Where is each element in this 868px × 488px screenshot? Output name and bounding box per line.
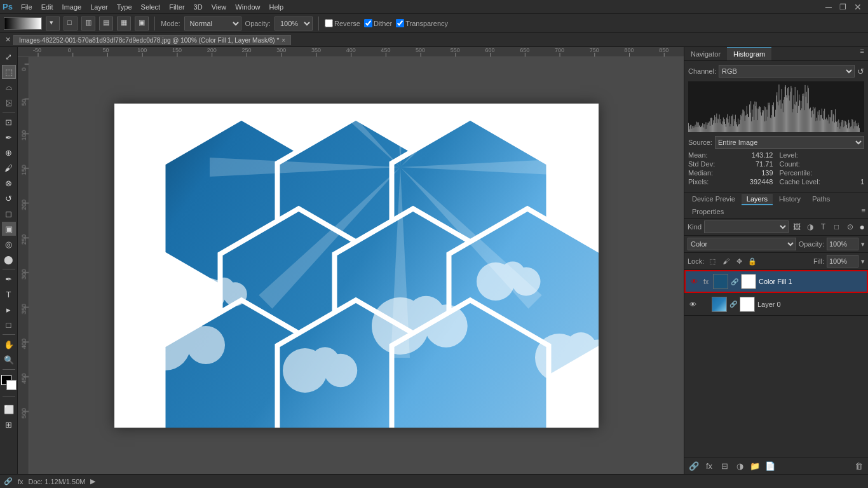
menu-view[interactable]: View [207,2,231,12]
shape-tool[interactable]: □ [2,318,16,332]
menu-window[interactable]: Window [231,2,264,12]
tab-properties[interactable]: Properties [687,207,729,217]
create-new-layer-btn[interactable]: 📄 [764,459,776,472]
dodge-tool[interactable]: ⬤ [2,252,16,266]
create-group-btn[interactable]: 📁 [749,459,761,472]
refresh-histogram-btn[interactable]: ↺ [857,67,864,76]
toolbar-preset-4[interactable]: ▦ [117,17,131,30]
fill-input[interactable] [827,255,858,268]
add-layer-style-btn[interactable]: fx [703,459,715,472]
clone-stamp-tool[interactable]: ⊗ [2,176,16,190]
window-close[interactable]: ✕ [850,2,865,12]
channel-select[interactable]: RGB [719,65,855,78]
panel-menu-icon[interactable]: ≡ [857,47,868,60]
layer-visibility-0[interactable]: 👁 [688,299,698,309]
filter-type-icon[interactable]: T [818,221,829,233]
link-icon[interactable]: 🔗 [4,477,13,485]
spot-heal-tool[interactable]: ⊕ [2,146,16,159]
eraser-tool[interactable]: ◻ [2,207,16,220]
menu-image[interactable]: Image [58,2,86,12]
add-mask-btn[interactable]: ⊟ [718,459,731,472]
filter-shape-icon[interactable]: □ [831,221,843,233]
filter-toggle-btn[interactable]: ● [860,222,865,232]
window-minimize[interactable]: ─ [822,2,836,12]
transparency-checkbox-label[interactable]: Transparency [396,19,448,27]
mode-select[interactable]: Normal [184,17,241,30]
dither-checkbox[interactable] [364,19,372,27]
layer-visibility-1[interactable]: 👁 [689,276,699,287]
layer-fx-1[interactable]: fx [702,277,710,286]
screen-mode-tool[interactable]: ⊞ [2,417,16,431]
zoom-tool[interactable]: 🔍 [2,353,16,367]
magic-wand-tool[interactable]: ⍄ [2,95,16,109]
move-tool[interactable]: ⤢ [2,50,16,64]
link-layers-btn[interactable]: 🔗 [688,459,700,472]
status-expand[interactable]: ▶ [90,477,95,485]
canvas-container[interactable] [29,57,684,474]
menu-help[interactable]: Help [264,2,288,12]
tab-paths[interactable]: Paths [807,194,835,205]
brush-tool[interactable]: 🖌 [2,161,16,175]
reverse-checkbox[interactable] [325,19,333,27]
menu-file[interactable]: File [17,2,37,12]
dither-checkbox-label[interactable]: Dither [364,19,392,27]
quick-mask-tool[interactable]: ⬜ [2,402,16,416]
lock-paint-btn[interactable]: 🖌 [720,255,731,267]
filter-smart-icon[interactable]: ⊙ [844,221,856,233]
transparency-checkbox[interactable] [396,19,404,27]
crop-tool[interactable]: ⊡ [2,115,16,129]
source-select[interactable]: Entire Image [715,136,864,149]
tab-device-preview[interactable]: Device Previe [687,194,740,205]
eyedropper-tool[interactable]: ✒ [2,130,16,144]
reverse-checkbox-label[interactable]: Reverse [325,19,360,27]
delete-layer-btn[interactable]: 🗑 [852,459,865,472]
path-select-tool[interactable]: ▸ [2,302,16,316]
panel-layers-menu[interactable]: ≡ [862,207,865,217]
filter-adjustment-icon[interactable]: ◑ [804,221,816,233]
opacity-select[interactable]: 100% [275,17,313,30]
opacity-input[interactable] [827,238,858,250]
pen-tool[interactable]: ✒ [2,272,16,286]
layer-item-layer-0[interactable]: 👁 🔗 Layer 0 [684,293,868,316]
hand-tool[interactable]: ✋ [2,337,16,351]
history-brush-tool[interactable]: ↺ [2,191,16,205]
layer-chain-1[interactable]: 🔗 [731,278,738,285]
type-tool[interactable]: T [2,287,16,301]
menu-select[interactable]: Select [137,2,165,12]
toolbar-preset-1[interactable]: □ [64,17,78,30]
filter-pixel-icon[interactable]: 🖼 [791,221,803,233]
lock-move-btn[interactable]: ✥ [733,255,745,267]
window-restore[interactable]: ❐ [836,3,850,11]
layer-chain-0[interactable]: 🔗 [729,301,737,308]
lock-all-btn[interactable]: 🔒 [747,255,758,267]
blur-tool[interactable]: ◎ [2,237,16,251]
tab-close-btn[interactable]: × [281,37,285,44]
kind-select[interactable] [704,220,789,233]
tab-navigator[interactable]: Navigator [684,47,727,60]
document-tab[interactable]: Images-482252-001-570a81d93df78c7d9edc0d… [13,35,291,45]
toolbar-options-1[interactable]: ▾ [46,17,60,30]
menu-type[interactable]: Type [112,2,137,12]
tab-histogram[interactable]: Histogram [727,47,771,60]
create-adjustment-btn[interactable]: ◑ [733,459,746,472]
gradient-preview[interactable] [4,17,42,30]
close-tab-x[interactable]: ✕ [3,36,13,44]
gradient-tool[interactable]: ▣ [2,222,16,236]
tab-history[interactable]: History [774,194,806,205]
menu-layer[interactable]: Layer [86,2,112,12]
fx-icon[interactable]: fx [18,478,24,485]
toolbar-preset-3[interactable]: ▤ [99,17,113,30]
fill-arrow[interactable]: ▾ [861,257,865,266]
tab-layers[interactable]: Layers [742,194,773,205]
menu-3d[interactable]: 3D [189,2,207,12]
lasso-tool[interactable]: ⌓ [2,80,16,94]
lock-pixels-btn[interactable]: ⬚ [707,255,718,267]
layer-item-color-fill-1[interactable]: 👁 fx 🔗 Color Fill 1 [684,270,868,293]
toolbar-preset-2[interactable]: ▥ [81,17,95,30]
blend-mode-select[interactable]: Color [688,238,796,250]
marquee-tool[interactable]: ⬚ [2,65,16,79]
opacity-arrow[interactable]: ▾ [861,240,865,248]
menu-edit[interactable]: Edit [37,2,58,12]
background-color[interactable] [6,380,17,390]
menu-filter[interactable]: Filter [165,2,189,12]
